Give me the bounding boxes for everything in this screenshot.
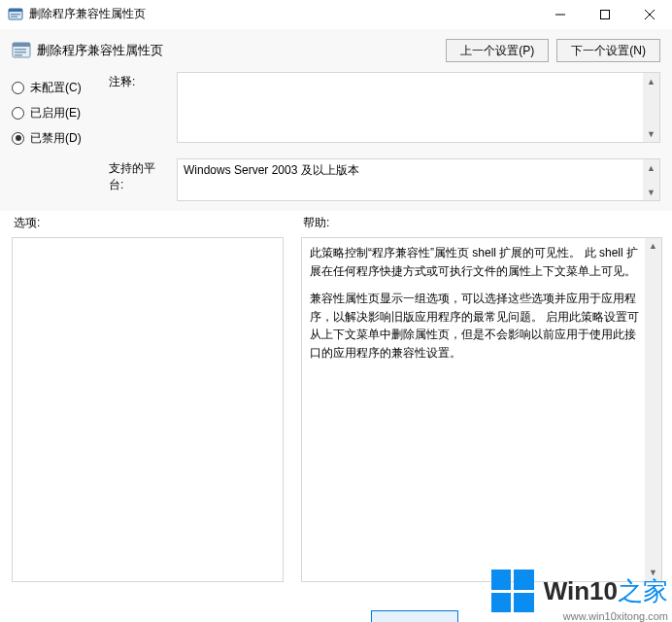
svg-rect-4 xyxy=(601,10,610,18)
close-button[interactable] xyxy=(627,0,672,29)
radio-icon xyxy=(12,107,24,120)
scroll-down-icon[interactable]: ▼ xyxy=(643,184,659,200)
lower-panels: 选项: 帮助: 此策略控制“程序兼容性”属性页 shell 扩展的可见性。 此 … xyxy=(0,211,672,582)
scroll-down-icon[interactable]: ▼ xyxy=(643,125,659,142)
scrollbar[interactable]: ▲ ▼ xyxy=(645,238,661,581)
svg-rect-9 xyxy=(15,54,22,56)
help-text-2: 兼容性属性页显示一组选项，可以选择这些选项并应用于应用程序，以解决影响旧版应用程… xyxy=(310,290,640,362)
comment-textarea[interactable]: ▲ ▼ xyxy=(177,72,660,143)
help-text-1: 此策略控制“程序兼容性”属性页 shell 扩展的可见性。 此 shell 扩展… xyxy=(310,244,640,280)
header-panel: 删除程序兼容性属性页 上一个设置(P) 下一个设置(N) 未配置(C) 已启用(… xyxy=(0,29,672,211)
policy-icon xyxy=(12,41,31,60)
platform-value: Windows Server 2003 及以上版本 xyxy=(184,163,359,177)
scroll-up-icon[interactable]: ▲ xyxy=(643,159,659,176)
scroll-up-icon[interactable]: ▲ xyxy=(643,73,659,89)
app-icon xyxy=(8,7,23,22)
next-setting-button[interactable]: 下一个设置(N) xyxy=(556,39,660,62)
svg-rect-6 xyxy=(13,43,30,47)
radio-not-configured[interactable]: 未配置(C) xyxy=(12,76,95,99)
previous-setting-button[interactable]: 上一个设置(P) xyxy=(446,39,549,62)
policy-title: 删除程序兼容性属性页 xyxy=(37,42,163,59)
help-panel: 此策略控制“程序兼容性”属性页 shell 扩展的可见性。 此 shell 扩展… xyxy=(301,237,662,582)
svg-rect-8 xyxy=(15,52,26,53)
radio-label: 已启用(E) xyxy=(30,105,81,121)
radio-label: 未配置(C) xyxy=(30,80,82,96)
scrollbar[interactable]: ▲ ▼ xyxy=(643,159,659,200)
state-radio-group: 未配置(C) 已启用(E) 已禁用(D) xyxy=(12,72,95,152)
radio-disabled[interactable]: 已禁用(D) xyxy=(12,126,95,150)
scroll-up-icon[interactable]: ▲ xyxy=(645,238,661,255)
options-label: 选项: xyxy=(12,215,284,231)
radio-enabled[interactable]: 已启用(E) xyxy=(12,101,95,124)
minimize-button[interactable] xyxy=(538,0,583,29)
svg-rect-1 xyxy=(9,9,22,12)
title-bar: 删除程序兼容性属性页 xyxy=(0,0,672,29)
radio-label: 已禁用(D) xyxy=(30,130,82,147)
svg-rect-3 xyxy=(11,16,17,17)
options-panel xyxy=(12,237,284,582)
watermark: Win10之家 www.win10xitong.com xyxy=(491,570,668,622)
radio-icon xyxy=(12,132,24,145)
help-label: 帮助: xyxy=(301,215,662,231)
radio-icon xyxy=(12,82,24,94)
watermark-brand: Win10之家 xyxy=(544,574,668,608)
windows-logo-icon xyxy=(491,570,534,612)
svg-rect-2 xyxy=(11,14,20,15)
platform-label: 支持的平台: xyxy=(109,161,155,191)
maximize-button[interactable] xyxy=(583,0,627,29)
window-title: 删除程序兼容性属性页 xyxy=(29,6,146,22)
comment-label: 注释: xyxy=(109,75,135,88)
svg-rect-7 xyxy=(15,49,26,51)
scrollbar[interactable]: ▲ ▼ xyxy=(643,73,659,142)
partial-button[interactable] xyxy=(371,610,458,622)
supported-platform-box: Windows Server 2003 及以上版本 ▲ ▼ xyxy=(177,158,660,201)
